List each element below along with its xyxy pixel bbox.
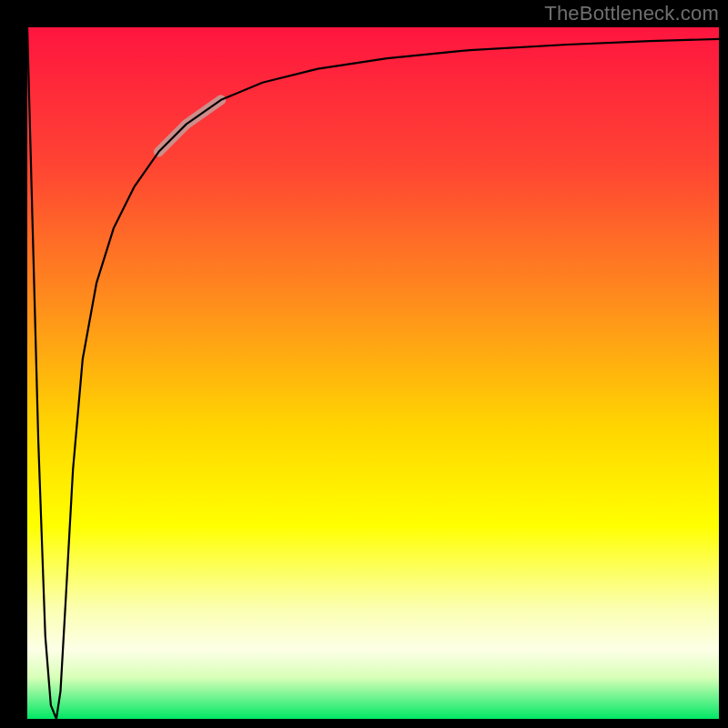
watermark-text: TheBottleneck.com bbox=[544, 2, 719, 25]
plot-area bbox=[27, 27, 719, 719]
bottleneck-chart bbox=[0, 0, 728, 728]
